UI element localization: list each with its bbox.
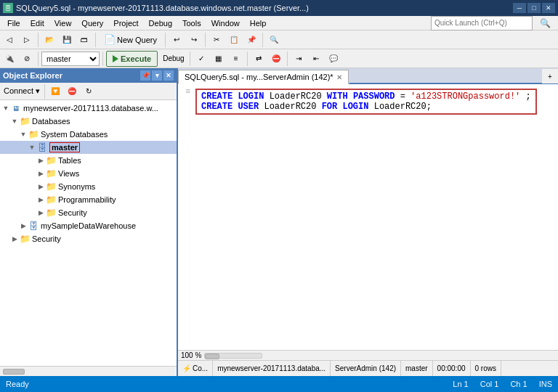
tree-item-server[interactable]: ▼ 🖥 mynewserver-20171113.database.w... bbox=[0, 102, 177, 115]
zoom-level[interactable]: 100 % bbox=[181, 351, 201, 359]
expand-server[interactable]: ▼ bbox=[1, 102, 10, 115]
security-master-label: Security bbox=[58, 208, 87, 217]
debug-button[interactable]: Debug bbox=[161, 51, 186, 67]
connection-icon: ⚡ bbox=[182, 364, 191, 372]
undo-button[interactable]: ↩ bbox=[169, 32, 185, 48]
open-file-button[interactable]: 📂 bbox=[41, 32, 57, 48]
oe-close-button[interactable]: ✕ bbox=[163, 70, 174, 81]
cancel-button[interactable]: ⛔ bbox=[268, 51, 284, 67]
security-root-label: Security bbox=[32, 234, 61, 243]
expand-system-dbs[interactable]: ▼ bbox=[19, 128, 28, 141]
ins-label: INS bbox=[539, 380, 552, 388]
close-button[interactable]: ✕ bbox=[542, 3, 555, 13]
menu-debug[interactable]: Debug bbox=[145, 18, 177, 28]
paste-button[interactable]: 📌 bbox=[243, 32, 259, 48]
results-button[interactable]: ▦ bbox=[211, 51, 227, 67]
tree-item-security-master[interactable]: ▶ 📁 Security bbox=[0, 206, 177, 219]
tree-item-master[interactable]: ▼ 🗄 master bbox=[0, 141, 177, 154]
conn-short-label: Co... bbox=[193, 364, 208, 372]
programmability-folder-icon: 📁 bbox=[45, 194, 57, 205]
expand-databases[interactable]: ▼ bbox=[10, 115, 19, 128]
menu-file[interactable]: File bbox=[3, 18, 25, 28]
oe-connect-button[interactable]: Connect ▾ bbox=[1, 83, 42, 99]
object-explorer-header: Object Explorer 📌 ▾ ✕ bbox=[0, 68, 177, 83]
menu-window[interactable]: Window bbox=[207, 18, 244, 28]
tree-item-programmability[interactable]: ▶ 📁 Programmability bbox=[0, 193, 177, 206]
save-all-button[interactable]: 🗃 bbox=[76, 32, 92, 48]
comment-button[interactable]: 💬 bbox=[326, 51, 341, 67]
forward-button[interactable]: ▷ bbox=[19, 32, 35, 48]
oe-stop-button[interactable]: ⛔ bbox=[64, 83, 80, 99]
menu-edit[interactable]: Edit bbox=[26, 18, 49, 28]
databases-folder-icon: 📁 bbox=[19, 115, 31, 127]
menu-help[interactable]: Help bbox=[246, 18, 271, 28]
tree-item-views[interactable]: ▶ 📁 Views bbox=[0, 167, 177, 180]
security-master-folder-icon: 📁 bbox=[45, 207, 57, 219]
line-numbers: ≡ bbox=[178, 87, 193, 96]
back-button[interactable]: ◁ bbox=[1, 32, 17, 48]
menu-view[interactable]: View bbox=[50, 18, 76, 28]
indent-button[interactable]: ⇥ bbox=[291, 51, 307, 67]
expand-security-root[interactable]: ▶ bbox=[10, 232, 19, 245]
user-label: ServerAdmin (142) bbox=[335, 364, 396, 372]
query-tab-label: SQLQuery5.sql - my...ServerAdmin (142)* bbox=[185, 73, 333, 81]
mysample-label: mySampleDataWarehouse bbox=[41, 221, 136, 230]
tree-item-tables[interactable]: ▶ 📁 Tables bbox=[0, 154, 177, 167]
new-tab-button[interactable]: + bbox=[542, 69, 558, 83]
expand-master[interactable]: ▼ bbox=[28, 141, 36, 154]
tree-item-synonyms[interactable]: ▶ 📁 Synonyms bbox=[0, 180, 177, 193]
tree-item-mysample[interactable]: ▶ 🗄 mySampleDataWarehouse bbox=[0, 219, 177, 232]
find-button[interactable]: 🔍 bbox=[266, 32, 282, 48]
tree-item-system-dbs[interactable]: ▼ 📁 System Databases bbox=[0, 128, 177, 141]
save-button[interactable]: 💾 bbox=[59, 32, 75, 48]
transactions-button[interactable]: ⇄ bbox=[251, 51, 267, 67]
redo-button[interactable]: ↪ bbox=[186, 32, 202, 48]
oe-pin-button[interactable]: 📌 bbox=[140, 70, 150, 81]
execute-button[interactable]: Execute bbox=[106, 51, 158, 67]
rows-label: 0 rows bbox=[475, 364, 496, 372]
master-db-icon: 🗄 bbox=[36, 142, 48, 153]
outdent-button[interactable]: ⇤ bbox=[308, 51, 324, 67]
cut-button[interactable]: ✂ bbox=[209, 32, 225, 48]
results-text-button[interactable]: ≡ bbox=[228, 51, 244, 67]
expand-programmability[interactable]: ▶ bbox=[36, 193, 45, 206]
expand-mysample[interactable]: ▶ bbox=[19, 219, 28, 232]
menu-project[interactable]: Project bbox=[109, 18, 142, 28]
tree-item-security-root[interactable]: ▶ 📁 Security bbox=[0, 232, 177, 245]
expand-security-master[interactable]: ▶ bbox=[36, 206, 45, 219]
database-selector[interactable]: master bbox=[41, 52, 100, 66]
rows-item: 0 rows bbox=[471, 361, 501, 376]
minimize-button[interactable]: ─ bbox=[513, 3, 526, 13]
expand-tables[interactable]: ▶ bbox=[36, 154, 45, 167]
menu-tools[interactable]: Tools bbox=[178, 18, 206, 28]
new-query-button[interactable]: 📄 New Query bbox=[99, 32, 162, 48]
time-item: 00:00:00 bbox=[433, 361, 471, 376]
quick-launch-input[interactable] bbox=[431, 16, 533, 30]
query-scroll-bar[interactable]: 100 % bbox=[178, 350, 558, 360]
system-dbs-folder-icon: 📁 bbox=[28, 128, 39, 140]
expand-synonyms[interactable]: ▶ bbox=[36, 180, 45, 193]
db-name-label: master bbox=[405, 364, 428, 372]
oe-filter-button[interactable]: 🔽 bbox=[47, 83, 63, 99]
server-name-label: mynewserver-20171113.databa... bbox=[217, 364, 326, 372]
expand-views[interactable]: ▶ bbox=[36, 167, 45, 180]
query-tab-close[interactable]: ✕ bbox=[336, 73, 342, 81]
query-tab[interactable]: SQLQuery5.sql - my...ServerAdmin (142)* … bbox=[178, 70, 349, 84]
time-label: 00:00:00 bbox=[437, 364, 466, 372]
menu-query[interactable]: Query bbox=[77, 18, 108, 28]
copy-button[interactable]: 📋 bbox=[226, 32, 242, 48]
oe-arrow-button[interactable]: ▾ bbox=[152, 70, 162, 81]
parse-button[interactable]: ✓ bbox=[193, 51, 209, 67]
query-editor[interactable]: ≡ CREATE LOGIN LoaderRC20 WITH PASSWORD … bbox=[178, 84, 558, 350]
tree-item-databases[interactable]: ▼ 📁 Databases bbox=[0, 115, 177, 128]
connect-button[interactable]: 🔌 bbox=[1, 51, 17, 67]
ready-label: Ready bbox=[6, 380, 29, 388]
col-label: Col 1 bbox=[480, 380, 499, 388]
oe-refresh-button[interactable]: ↻ bbox=[81, 83, 97, 99]
synonyms-folder-icon: 📁 bbox=[45, 181, 57, 192]
oe-horizontal-scrollbar[interactable] bbox=[0, 366, 177, 376]
maximize-button[interactable]: □ bbox=[527, 3, 541, 13]
disconnect-button[interactable]: ⊘ bbox=[19, 51, 35, 67]
query-editor-area: SQLQuery5.sql - my...ServerAdmin (142)* … bbox=[178, 68, 558, 376]
query-tab-bar: SQLQuery5.sql - my...ServerAdmin (142)* … bbox=[178, 68, 558, 84]
